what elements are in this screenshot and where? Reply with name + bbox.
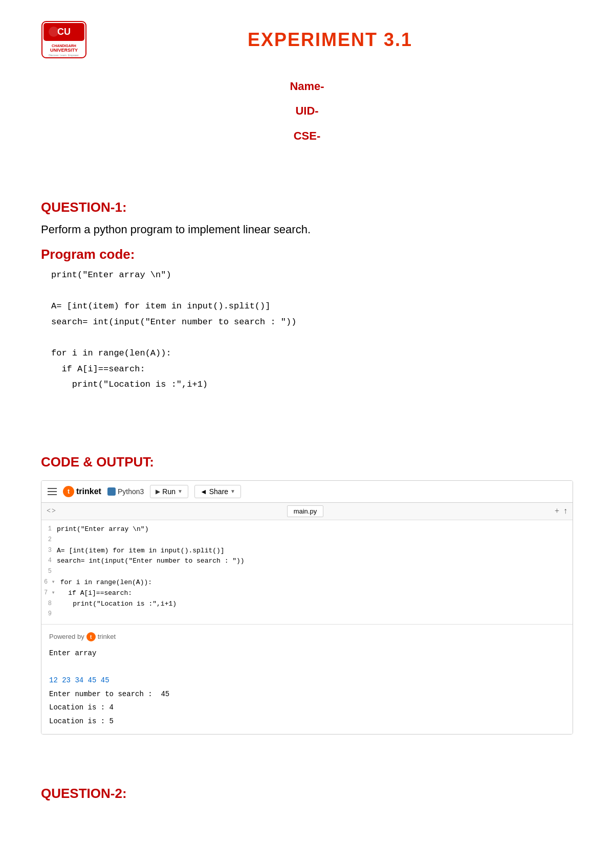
student-info: Name- UID- CSE- (41, 74, 573, 148)
code-line-1: 1 print("Enter array \n") (41, 524, 573, 535)
line-content-4: search= int(input("Enter number to searc… (57, 556, 573, 567)
run-button[interactable]: ▶ Run ▼ (150, 485, 188, 498)
trinket-logo: t trinket (63, 486, 101, 497)
code-line-4: 4 search= int(input("Enter number to sea… (41, 556, 573, 567)
university-logo: CU CHANDIGARH UNIVERSITY Discover. Learn… (41, 20, 87, 59)
svg-point-3 (49, 27, 59, 37)
svg-text:CU: CU (57, 27, 71, 37)
run-dropdown-arrow: ▼ (178, 488, 183, 494)
page-header: CU CHANDIGARH UNIVERSITY Discover. Learn… (41, 20, 573, 59)
line-num-4: 4 (41, 556, 57, 567)
output-line-3: 12 23 34 45 45 (49, 674, 565, 687)
experiment-title: EXPERIMENT 3.1 (87, 29, 573, 51)
line-num-2: 2 (41, 535, 57, 546)
question1-label: QUESTION-1: (41, 199, 573, 215)
experiment-title-section: EXPERIMENT 3.1 (87, 29, 573, 51)
program-code-block: print("Enter array \n") A= [int(item) fo… (51, 268, 573, 393)
hamburger-menu[interactable] (48, 488, 57, 495)
trinket-toolbar: t trinket Python3 ▶ Run ▼ ◄ Share ▼ (41, 481, 573, 503)
file-actions: + ↑ (555, 506, 567, 516)
share-dropdown-arrow: ▼ (230, 488, 235, 494)
line-content-5 (57, 567, 573, 577)
run-label: Run (162, 487, 176, 496)
share-icon: ◄ (200, 487, 207, 496)
code-line-5: 5 (41, 567, 573, 577)
line-num-5: 5 (41, 567, 57, 577)
share-button[interactable]: ◄ Share ▼ (194, 485, 241, 498)
trinket-ide: t trinket Python3 ▶ Run ▼ ◄ Share ▼ < > … (41, 480, 573, 735)
line-num-9: 9 (41, 609, 57, 620)
trinket-logo-text: trinket (76, 487, 101, 496)
svg-text:CHANDIGARH: CHANDIGARH (52, 44, 76, 48)
main-py-tab[interactable]: main.py (287, 505, 324, 517)
line-num-8: 8 (41, 599, 57, 610)
name-field: Name- (41, 74, 573, 99)
powered-by: Powered by t trinket (49, 631, 565, 643)
powered-by-logo: t (86, 632, 96, 641)
python-version: Python3 (118, 487, 144, 496)
nav-left[interactable]: < (47, 507, 51, 515)
line-content-7: if A[i]==search: (60, 588, 573, 599)
nav-right[interactable]: > (52, 507, 56, 515)
question2-label: QUESTION-2: (41, 786, 573, 802)
line-content-1: print("Enter array \n") (57, 524, 573, 535)
code-line-2: 2 (41, 535, 573, 546)
line-num-3: 3 (41, 546, 57, 557)
output-line-4: Enter number to search : 45 (49, 687, 565, 701)
powered-by-brand: trinket (98, 631, 116, 643)
line-num-6: 6 ▾ (41, 577, 60, 588)
code-editor[interactable]: 1 print("Enter array \n") 2 3 A= [int(it… (41, 520, 573, 624)
question1-section: QUESTION-1: Perform a python program to … (41, 199, 573, 393)
output-line-5: Location is : 4 (49, 701, 565, 715)
line-num-7: 7 ▾ (41, 588, 60, 599)
code-line-7: 7 ▾ if A[i]==search: (41, 588, 573, 599)
svg-text:Discover. Learn. Empower.: Discover. Learn. Empower. (49, 54, 79, 57)
line-num-1: 1 (41, 524, 57, 535)
code-line-3: 3 A= [int(item) for item in input().spli… (41, 546, 573, 557)
code-output-label: CODE & OUTPUT: (41, 454, 573, 470)
svg-text:UNIVERSITY: UNIVERSITY (50, 48, 78, 53)
nav-arrows: < > (47, 507, 56, 515)
line-content-3: A= [int(item) for item in input().split(… (57, 546, 573, 557)
upload-icon[interactable]: ↑ (563, 506, 567, 516)
file-tab-bar: < > main.py + ↑ (41, 503, 573, 520)
line-content-8: print("Location is :",i+1) (57, 599, 573, 610)
code-line-9: 9 (41, 609, 573, 620)
powered-by-text: Powered by (49, 631, 84, 643)
share-label: Share (209, 487, 228, 496)
output-line-6: Location is : 5 (49, 715, 565, 728)
code-line-6: 6 ▾ for i in range(len(A)): (41, 577, 573, 588)
uid-field: UID- (41, 99, 573, 123)
run-icon: ▶ (156, 488, 160, 495)
question1-text: Perform a python program to implement li… (41, 223, 573, 236)
output-line-1: Enter array (49, 647, 565, 660)
program-code-label: Program code: (41, 247, 573, 262)
python-icon (107, 487, 116, 496)
python-label: Python3 (107, 487, 144, 496)
cse-field: CSE- (41, 124, 573, 148)
output-line-2 (49, 660, 565, 674)
line-content-2 (57, 535, 573, 546)
add-file-icon[interactable]: + (555, 506, 559, 516)
code-line-8: 8 print("Location is :",i+1) (41, 599, 573, 610)
question2-section: QUESTION-2: (41, 786, 573, 802)
trinket-logo-icon: t (63, 486, 74, 497)
output-section: Powered by t trinket Enter array 12 23 3… (41, 624, 573, 734)
line-content-9 (57, 609, 573, 620)
line-content-6: for i in range(len(A)): (60, 577, 573, 588)
